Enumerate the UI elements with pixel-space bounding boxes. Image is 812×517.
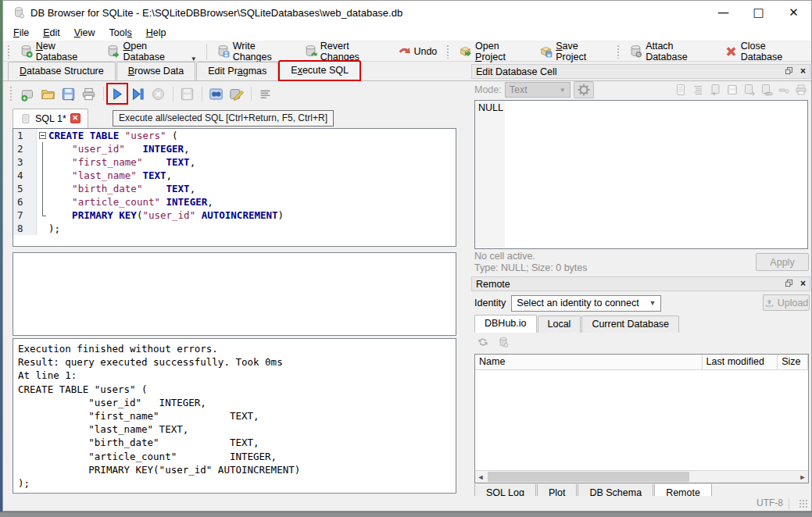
- fold-marker[interactable]: [37, 129, 48, 142]
- edit-cell-panel-header: Edit Database Cell ×: [471, 64, 810, 79]
- scrollbar-track[interactable]: [486, 471, 797, 483]
- remote-panel-title: Remote: [476, 279, 510, 290]
- save-results-icon: [177, 84, 196, 103]
- menu-view[interactable]: View: [67, 25, 102, 41]
- close-panel-icon[interactable]: ×: [800, 67, 806, 76]
- remote-file-table[interactable]: NameLast modifiedSize ◄ ►: [474, 354, 809, 483]
- import-icon: [709, 84, 721, 96]
- new-sql-tab-icon[interactable]: [18, 84, 37, 103]
- window-title: DB Browser for SQLite - E:\SQLiteDBBrows…: [30, 7, 402, 19]
- cell-status-line2: Type: NULL; Size: 0 bytes: [474, 262, 588, 274]
- fold-marker: [37, 142, 48, 155]
- menu-help[interactable]: Help: [139, 25, 173, 41]
- fold-marker: [37, 209, 48, 222]
- sql-tab-close-icon[interactable]: ✕: [70, 113, 80, 123]
- save-project-button[interactable]: Save Project: [534, 39, 613, 64]
- clone-database-icon[interactable]: [497, 336, 510, 351]
- tab-database-structure[interactable]: Database Structure: [8, 62, 116, 80]
- tab-edit-pragmas[interactable]: Edit Pragmas: [196, 62, 278, 80]
- toolbar-separator: [173, 87, 173, 101]
- dash-icon: [778, 84, 790, 96]
- code-line: 2 "user_id" INTEGER,: [13, 142, 456, 155]
- tab-execute-sql[interactable]: Execute SQL: [279, 61, 360, 80]
- open-project-button[interactable]: Open Project: [453, 39, 534, 64]
- execute-sql-tooltip: Execute all/selected SQL [Ctrl+Return, F…: [113, 110, 334, 127]
- open-sql-file-icon[interactable]: [38, 84, 57, 103]
- toolbar-drag-handle[interactable]: [7, 45, 11, 59]
- format-sql-icon[interactable]: [256, 84, 274, 103]
- sql-code-editor[interactable]: 1CREATE TABLE "users" (2 "user_id" INTEG…: [13, 128, 456, 247]
- column-header-last-modified[interactable]: Last modified: [703, 355, 778, 369]
- identity-select[interactable]: Select an identity to connect ▼: [511, 295, 661, 312]
- line-number: 1: [13, 129, 37, 142]
- save-sql-file-icon[interactable]: [59, 84, 77, 103]
- upload-label: Upload: [778, 298, 809, 308]
- scroll-left-icon[interactable]: ◄: [475, 473, 486, 481]
- resize-grip[interactable]: [799, 499, 808, 508]
- write-changes-button[interactable]: Write Changes: [211, 39, 299, 64]
- main-toolbar: New DatabaseOpen Database▼Write ChangesR…: [3, 41, 811, 62]
- sql-toolbar-drag-handle[interactable]: [9, 86, 13, 102]
- encoding-indicator[interactable]: UTF-8: [757, 497, 783, 508]
- db-new-icon: [20, 45, 33, 58]
- execute-all-sql-icon[interactable]: [108, 84, 127, 103]
- upload-button[interactable]: Upload: [763, 294, 810, 311]
- apply-button[interactable]: Apply: [756, 253, 809, 271]
- db-open-icon: [106, 45, 120, 58]
- menu-tools[interactable]: Tools: [102, 25, 139, 41]
- title-bar: DB Browser for SQLite - E:\SQLiteDBBrows…: [3, 1, 811, 24]
- edit-cell-panel-title: Edit Database Cell: [476, 66, 557, 77]
- remote-tab-current-database[interactable]: Current Database: [581, 316, 679, 333]
- chevron-down-icon: ▼: [642, 299, 656, 307]
- execution-message-pane[interactable]: Execution finished without errors. Resul…: [13, 338, 456, 494]
- execute-current-line-icon[interactable]: [128, 84, 147, 103]
- cell-value-editor[interactable]: NULL: [474, 100, 808, 249]
- maximize-button[interactable]: □: [741, 1, 776, 24]
- revert-changes-button[interactable]: Revert Changes: [299, 39, 392, 64]
- close-db-icon: [724, 45, 738, 58]
- results-grid-pane[interactable]: [13, 252, 456, 336]
- edit-browse-icon[interactable]: [227, 84, 245, 103]
- identity-row: Identity Select an identity to connect ▼: [471, 293, 810, 313]
- remote-tab-dbhub-io[interactable]: DBHub.io: [474, 315, 537, 333]
- column-header-name[interactable]: Name: [475, 355, 703, 369]
- toolbar-drag-handle[interactable]: [446, 45, 450, 59]
- remote-panel-header: Remote ×: [471, 276, 810, 291]
- mode-select[interactable]: Text ▼: [505, 82, 571, 98]
- attach-database-button[interactable]: Attach Database: [624, 39, 719, 64]
- column-header-size[interactable]: Size: [778, 355, 808, 369]
- close-panel-icon[interactable]: ×: [800, 280, 806, 288]
- toolbar-separator: [103, 87, 104, 101]
- mode-label: Mode:: [474, 84, 502, 95]
- scroll-right-icon[interactable]: ►: [797, 473, 808, 481]
- sql-document-tab[interactable]: SQL 1* ✕: [13, 109, 88, 128]
- menu-file[interactable]: File: [6, 25, 36, 41]
- proj-save-icon: [539, 45, 553, 58]
- sql-tab-label: SQL 1*: [35, 113, 66, 124]
- find-replace-icon[interactable]: [206, 84, 225, 103]
- float-panel-icon[interactable]: [785, 66, 793, 77]
- print-sql-icon[interactable]: [79, 84, 98, 103]
- export-icon: [743, 84, 756, 96]
- minimize-button[interactable]: —: [706, 1, 741, 24]
- code-line: 7 PRIMARY KEY("user_id" AUTOINCREMENT): [13, 209, 456, 222]
- toolbar-drag-handle[interactable]: [617, 45, 621, 59]
- scrollbar-thumb[interactable]: [488, 472, 689, 482]
- open-database-button[interactable]: Open Database▼: [101, 39, 202, 64]
- app-database-icon: [12, 5, 26, 20]
- close-database-button[interactable]: Close Database: [719, 39, 811, 64]
- float-panel-icon[interactable]: [785, 279, 793, 290]
- menu-edit[interactable]: Edit: [36, 25, 67, 41]
- cell-settings-button[interactable]: [574, 81, 594, 98]
- new-database-button[interactable]: New Database: [14, 39, 102, 64]
- undo-button[interactable]: Undo: [392, 43, 442, 59]
- toolbar-separator: [202, 87, 202, 101]
- close-button[interactable]: ✕: [776, 1, 811, 24]
- db-attach-icon: [629, 45, 642, 58]
- remote-tab-local[interactable]: Local: [538, 316, 581, 333]
- fold-marker: [37, 169, 48, 182]
- horizontal-scrollbar[interactable]: ◄ ►: [475, 470, 808, 483]
- fold-marker: [37, 155, 48, 169]
- tab-browse-data[interactable]: Browse Data: [116, 62, 196, 80]
- refresh-icon[interactable]: [477, 336, 489, 351]
